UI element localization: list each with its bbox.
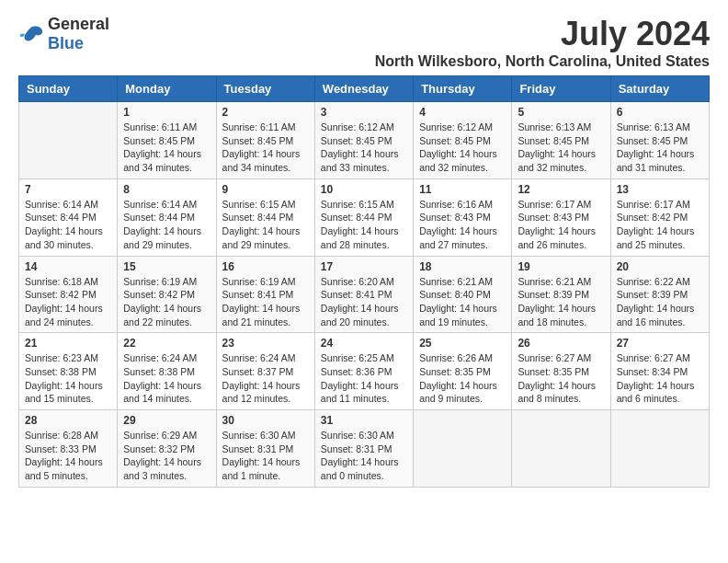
day-info: Sunrise: 6:15 AM Sunset: 8:44 PM Dayligh…: [321, 198, 407, 252]
subtitle: North Wilkesboro, North Carolina, United…: [375, 53, 710, 70]
day-number: 22: [123, 337, 210, 350]
calendar-cell: 31Sunrise: 6:30 AM Sunset: 8:31 PM Dayli…: [314, 410, 413, 488]
day-info: Sunrise: 6:24 AM Sunset: 8:38 PM Dayligh…: [123, 351, 210, 406]
calendar-cell: 4Sunrise: 6:12 AM Sunset: 8:45 PM Daylig…: [414, 102, 512, 179]
calendar-week-row: 1Sunrise: 6:11 AM Sunset: 8:45 PM Daylig…: [19, 102, 710, 179]
day-number: 27: [617, 337, 703, 350]
day-info: Sunrise: 6:14 AM Sunset: 8:44 PM Dayligh…: [25, 198, 111, 252]
day-info: Sunrise: 6:27 AM Sunset: 8:35 PM Dayligh…: [518, 351, 604, 406]
header-day-sunday: Sunday: [19, 76, 118, 102]
day-info: Sunrise: 6:14 AM Sunset: 8:44 PM Dayligh…: [123, 198, 210, 252]
day-info: Sunrise: 6:30 AM Sunset: 8:31 PM Dayligh…: [321, 429, 407, 483]
calendar-week-row: 14Sunrise: 6:18 AM Sunset: 8:42 PM Dayli…: [19, 256, 710, 333]
calendar-cell: 12Sunrise: 6:17 AM Sunset: 8:43 PM Dayli…: [512, 178, 610, 256]
day-info: Sunrise: 6:17 AM Sunset: 8:42 PM Dayligh…: [617, 198, 703, 252]
header-day-friday: Friday: [512, 76, 610, 102]
calendar-cell: 25Sunrise: 6:26 AM Sunset: 8:35 PM Dayli…: [414, 333, 512, 410]
calendar-cell: 1Sunrise: 6:11 AM Sunset: 8:45 PM Daylig…: [118, 102, 216, 179]
day-info: Sunrise: 6:25 AM Sunset: 8:36 PM Dayligh…: [321, 351, 407, 406]
logo: General Blue: [18, 15, 109, 53]
day-number: 12: [518, 183, 604, 196]
day-number: 17: [321, 260, 407, 273]
day-number: 23: [222, 337, 309, 350]
day-info: Sunrise: 6:22 AM Sunset: 8:39 PM Dayligh…: [617, 275, 703, 329]
header-day-tuesday: Tuesday: [216, 76, 314, 102]
calendar-cell: 19Sunrise: 6:21 AM Sunset: 8:39 PM Dayli…: [512, 256, 610, 333]
calendar-cell: 5Sunrise: 6:13 AM Sunset: 8:45 PM Daylig…: [512, 102, 610, 179]
day-number: 6: [617, 106, 703, 119]
day-info: Sunrise: 6:24 AM Sunset: 8:37 PM Dayligh…: [222, 351, 309, 406]
calendar-cell: 23Sunrise: 6:24 AM Sunset: 8:37 PM Dayli…: [216, 333, 314, 410]
day-number: 1: [123, 106, 210, 119]
day-info: Sunrise: 6:19 AM Sunset: 8:41 PM Dayligh…: [222, 275, 309, 329]
day-info: Sunrise: 6:13 AM Sunset: 8:45 PM Dayligh…: [617, 121, 703, 175]
calendar-week-row: 28Sunrise: 6:28 AM Sunset: 8:33 PM Dayli…: [19, 410, 710, 488]
calendar-cell: 18Sunrise: 6:21 AM Sunset: 8:40 PM Dayli…: [414, 256, 512, 333]
calendar-cell: 27Sunrise: 6:27 AM Sunset: 8:34 PM Dayli…: [610, 333, 709, 410]
calendar-table: SundayMondayTuesdayWednesdayThursdayFrid…: [18, 75, 710, 488]
day-number: 26: [518, 337, 604, 350]
day-info: Sunrise: 6:23 AM Sunset: 8:38 PM Dayligh…: [25, 351, 111, 406]
header-day-wednesday: Wednesday: [314, 76, 413, 102]
day-info: Sunrise: 6:12 AM Sunset: 8:45 PM Dayligh…: [321, 121, 407, 175]
calendar-cell: 22Sunrise: 6:24 AM Sunset: 8:38 PM Dayli…: [118, 333, 216, 410]
calendar-cell: 15Sunrise: 6:19 AM Sunset: 8:42 PM Dayli…: [118, 256, 216, 333]
calendar-header-row: SundayMondayTuesdayWednesdayThursdayFrid…: [19, 76, 710, 102]
calendar-cell: 26Sunrise: 6:27 AM Sunset: 8:35 PM Dayli…: [512, 333, 610, 410]
day-info: Sunrise: 6:13 AM Sunset: 8:45 PM Dayligh…: [518, 121, 604, 175]
header-day-monday: Monday: [118, 76, 216, 102]
day-info: Sunrise: 6:27 AM Sunset: 8:34 PM Dayligh…: [617, 351, 703, 406]
header-day-saturday: Saturday: [610, 76, 709, 102]
day-info: Sunrise: 6:26 AM Sunset: 8:35 PM Dayligh…: [419, 351, 506, 406]
day-number: 30: [222, 414, 309, 427]
calendar-cell: 30Sunrise: 6:30 AM Sunset: 8:31 PM Dayli…: [216, 410, 314, 488]
day-number: 15: [123, 260, 210, 273]
calendar-cell: 16Sunrise: 6:19 AM Sunset: 8:41 PM Dayli…: [216, 256, 314, 333]
day-number: 19: [518, 260, 604, 273]
day-info: Sunrise: 6:12 AM Sunset: 8:45 PM Dayligh…: [419, 121, 506, 175]
day-number: 3: [321, 106, 407, 119]
calendar-cell: 14Sunrise: 6:18 AM Sunset: 8:42 PM Dayli…: [19, 256, 118, 333]
calendar-cell: 2Sunrise: 6:11 AM Sunset: 8:45 PM Daylig…: [216, 102, 314, 179]
calendar-cell: 7Sunrise: 6:14 AM Sunset: 8:44 PM Daylig…: [19, 178, 118, 256]
main-title: July 2024: [375, 15, 710, 53]
day-info: Sunrise: 6:18 AM Sunset: 8:42 PM Dayligh…: [25, 275, 111, 329]
day-number: 25: [419, 337, 506, 350]
day-number: 21: [25, 337, 111, 350]
calendar-cell: [414, 410, 512, 488]
calendar-cell: 9Sunrise: 6:15 AM Sunset: 8:44 PM Daylig…: [216, 178, 314, 256]
calendar-cell: 17Sunrise: 6:20 AM Sunset: 8:41 PM Dayli…: [314, 256, 413, 333]
day-number: 18: [419, 260, 506, 273]
calendar-cell: 8Sunrise: 6:14 AM Sunset: 8:44 PM Daylig…: [118, 178, 216, 256]
logo-general: General: [48, 15, 109, 33]
day-number: 29: [123, 414, 210, 427]
day-info: Sunrise: 6:11 AM Sunset: 8:45 PM Dayligh…: [222, 121, 309, 175]
day-number: 13: [617, 183, 703, 196]
calendar-cell: [610, 410, 709, 488]
day-number: 28: [25, 414, 111, 427]
day-number: 7: [25, 183, 111, 196]
calendar-week-row: 21Sunrise: 6:23 AM Sunset: 8:38 PM Dayli…: [19, 333, 710, 410]
logo-bird-icon: [18, 24, 44, 44]
day-number: 9: [222, 183, 309, 196]
day-info: Sunrise: 6:30 AM Sunset: 8:31 PM Dayligh…: [222, 429, 309, 483]
day-number: 2: [222, 106, 309, 119]
day-number: 16: [222, 260, 309, 273]
day-number: 14: [25, 260, 111, 273]
day-info: Sunrise: 6:21 AM Sunset: 8:39 PM Dayligh…: [518, 275, 604, 329]
day-number: 24: [321, 337, 407, 350]
calendar-cell: 3Sunrise: 6:12 AM Sunset: 8:45 PM Daylig…: [314, 102, 413, 179]
day-info: Sunrise: 6:16 AM Sunset: 8:43 PM Dayligh…: [419, 198, 506, 252]
day-info: Sunrise: 6:19 AM Sunset: 8:42 PM Dayligh…: [123, 275, 210, 329]
day-number: 20: [617, 260, 703, 273]
calendar-cell: 20Sunrise: 6:22 AM Sunset: 8:39 PM Dayli…: [610, 256, 709, 333]
logo-text: General Blue: [48, 15, 109, 53]
title-area: July 2024 North Wilkesboro, North Caroli…: [375, 15, 710, 70]
day-number: 5: [518, 106, 604, 119]
logo-blue: Blue: [48, 34, 84, 52]
calendar-cell: [512, 410, 610, 488]
calendar-week-row: 7Sunrise: 6:14 AM Sunset: 8:44 PM Daylig…: [19, 178, 710, 256]
day-info: Sunrise: 6:20 AM Sunset: 8:41 PM Dayligh…: [321, 275, 407, 329]
day-info: Sunrise: 6:29 AM Sunset: 8:32 PM Dayligh…: [123, 429, 210, 483]
calendar-cell: 6Sunrise: 6:13 AM Sunset: 8:45 PM Daylig…: [610, 102, 709, 179]
